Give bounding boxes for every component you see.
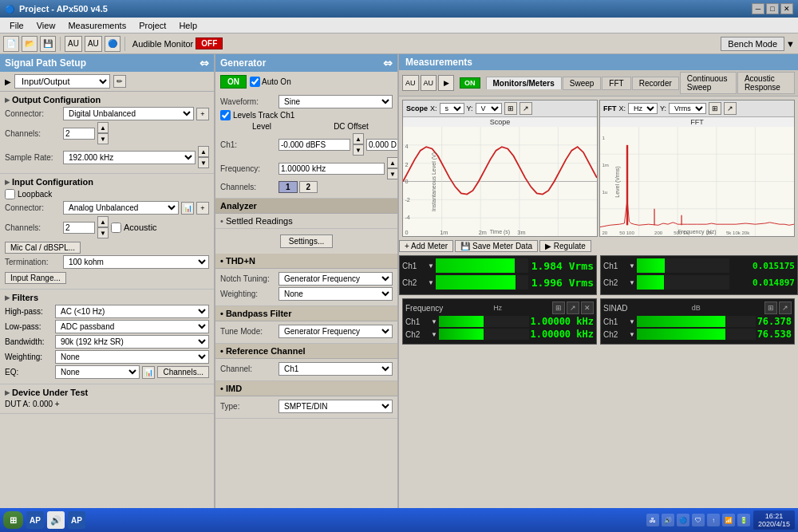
new-btn[interactable]: 📄 [3, 36, 19, 52]
ref-channel-collapsible[interactable]: • Reference Channel [215, 344, 397, 359]
fft-x-select[interactable]: Hz [628, 103, 658, 114]
bandpass-collapsible[interactable]: • Bandpass Filter [215, 306, 397, 321]
in-connector-edit2[interactable]: + [196, 202, 209, 215]
auto-on-checkbox[interactable] [250, 77, 260, 87]
lowpass-select[interactable]: ADC passband [55, 320, 209, 333]
level2-ch2-arrow[interactable]: ▼ [629, 279, 635, 286]
menu-view[interactable]: View [30, 19, 62, 32]
highpass-select[interactable]: AC (<10 Hz) [55, 305, 209, 318]
channels-btn[interactable]: Channels... [157, 366, 209, 378]
notch-select[interactable]: Generator Frequency [279, 272, 393, 286]
generator-expand[interactable]: ⇔ [383, 57, 393, 69]
in-connector-edit1[interactable]: 📊 [181, 202, 194, 215]
menu-measurements[interactable]: Measurements [61, 19, 132, 32]
minimize-button[interactable]: ─ [752, 3, 764, 14]
sr-up[interactable]: ▲ [198, 146, 209, 157]
taskbar-icon-1[interactable]: 🔊 [47, 511, 65, 529]
generator-on-button[interactable]: ON [220, 75, 247, 89]
meas-tb1[interactable]: AU [402, 75, 419, 91]
thdn-collapsible[interactable]: • THD+N [215, 254, 397, 269]
freq-settings[interactable]: ⊞ [552, 301, 565, 314]
fft-y-select[interactable]: Vrms [669, 103, 706, 114]
waveform-select[interactable]: Sine [279, 95, 393, 108]
freq-expand[interactable]: ↗ [567, 301, 579, 314]
tune-mode-select[interactable]: Generator Frequency [279, 325, 393, 338]
maximize-button[interactable]: □ [766, 3, 779, 14]
audible-monitor-off-button[interactable]: OFF [196, 37, 223, 49]
ch1-up[interactable]: ▲ [353, 133, 364, 144]
frequency-input[interactable] [279, 163, 385, 175]
channels-down[interactable]: ▼ [97, 133, 109, 144]
mic-cal-button[interactable]: Mic Cal / dBSPL... [5, 242, 81, 254]
weighting-select[interactable]: None [55, 350, 209, 364]
freq-ch2-arrow[interactable]: ▼ [431, 331, 437, 338]
io-dropdown[interactable]: Input/Output [14, 74, 110, 89]
acoustic-checkbox[interactable] [111, 223, 121, 233]
imd-collapsible[interactable]: • IMD [215, 381, 397, 396]
scope-expand[interactable]: ⊞ [504, 102, 517, 115]
tab-continuous-sweep[interactable]: Continuous Sweep [680, 72, 737, 94]
an-weighting-select[interactable]: None [279, 287, 393, 301]
scope-x-select[interactable]: s [440, 103, 464, 114]
signal-path-expand[interactable]: ⇔ [200, 57, 209, 69]
fft-detach[interactable]: ↗ [724, 102, 737, 115]
channels-up[interactable]: ▲ [97, 122, 109, 133]
sinad-ch1-arrow[interactable]: ▼ [629, 318, 635, 325]
bench-mode-button[interactable]: Bench Mode [721, 37, 784, 51]
menu-project[interactable]: Project [132, 19, 172, 32]
level-ch1-arrow[interactable]: ▼ [428, 262, 434, 270]
open-btn[interactable]: 📂 [22, 36, 38, 52]
close-button[interactable]: ✕ [780, 3, 793, 14]
add-meter-button[interactable]: + Add Meter [399, 240, 453, 252]
menu-file[interactable]: File [3, 19, 30, 32]
freq-down[interactable]: ▼ [387, 168, 398, 179]
start-button[interactable]: ⊞ [3, 511, 23, 529]
sample-rate-select[interactable]: 192.000 kHz [63, 151, 196, 164]
taskbar-icon-ap1[interactable]: AP [26, 511, 44, 529]
imd-type-select[interactable]: SMPTE/DIN [279, 400, 393, 413]
sinad-expand[interactable]: ↗ [779, 301, 792, 314]
scope-detach[interactable]: ↗ [519, 102, 532, 115]
in-channels-input[interactable] [63, 222, 95, 234]
fft-expand[interactable]: ⊞ [709, 102, 721, 115]
ch1-down[interactable]: ▼ [353, 144, 364, 156]
connector-edit[interactable]: + [196, 108, 209, 120]
tab-monitors-meters[interactable]: Monitors/Meters [486, 77, 562, 89]
ch1-level-input[interactable] [279, 139, 350, 151]
settings-button[interactable]: Settings... [280, 234, 333, 248]
sinad-settings[interactable]: ⊞ [764, 301, 777, 314]
bandwidth-select[interactable]: 90k (192 kHz SR) [55, 335, 209, 349]
freq-close[interactable]: ✕ [581, 301, 594, 314]
meas-tb3[interactable]: ▶ [438, 75, 454, 91]
dc-offset-input[interactable] [366, 139, 399, 151]
tab-fft[interactable]: FFT [602, 77, 630, 90]
channels-input[interactable] [63, 128, 95, 140]
meas-on-button[interactable]: ON [460, 77, 480, 89]
tab-sweep[interactable]: Sweep [563, 77, 602, 90]
io-edit-button[interactable]: ✏ [113, 75, 126, 88]
tb-btn3[interactable]: AU [85, 36, 102, 52]
bluetooth-icon[interactable]: 🔵 [105, 36, 120, 52]
save-btn[interactable]: 💾 [40, 36, 56, 52]
in-ch-up[interactable]: ▲ [97, 216, 109, 227]
tab-recorder[interactable]: Recorder [632, 77, 679, 90]
connector-select[interactable]: Digital Unbalanced [63, 107, 194, 120]
tb-btn2[interactable]: AU [65, 36, 82, 52]
termination-select[interactable]: 100 kohm [63, 255, 209, 269]
bench-mode-arrow[interactable]: ▼ [786, 39, 795, 49]
ref-ch-select[interactable]: Ch1 [279, 362, 393, 376]
taskbar-icon-ap2[interactable]: AP [68, 511, 85, 529]
save-meter-data-button[interactable]: 💾 Save Meter Data [455, 240, 538, 252]
loopback-checkbox[interactable] [5, 189, 15, 199]
meas-tb2[interactable]: AU [421, 75, 437, 91]
freq-up[interactable]: ▲ [387, 157, 398, 168]
in-connector-select[interactable]: Analog Unbalanced [63, 201, 179, 215]
level2-ch1-arrow[interactable]: ▼ [629, 262, 635, 270]
eq-select[interactable]: None [55, 365, 140, 379]
gen-ch2-button[interactable]: 2 [299, 181, 318, 193]
sinad-ch2-arrow[interactable]: ▼ [629, 331, 635, 338]
gen-ch1-button[interactable]: 1 [279, 181, 298, 193]
input-range-button[interactable]: Input Range... [5, 272, 66, 284]
freq-ch1-arrow[interactable]: ▼ [431, 318, 437, 325]
eq-edit1[interactable]: 📊 [142, 366, 155, 379]
